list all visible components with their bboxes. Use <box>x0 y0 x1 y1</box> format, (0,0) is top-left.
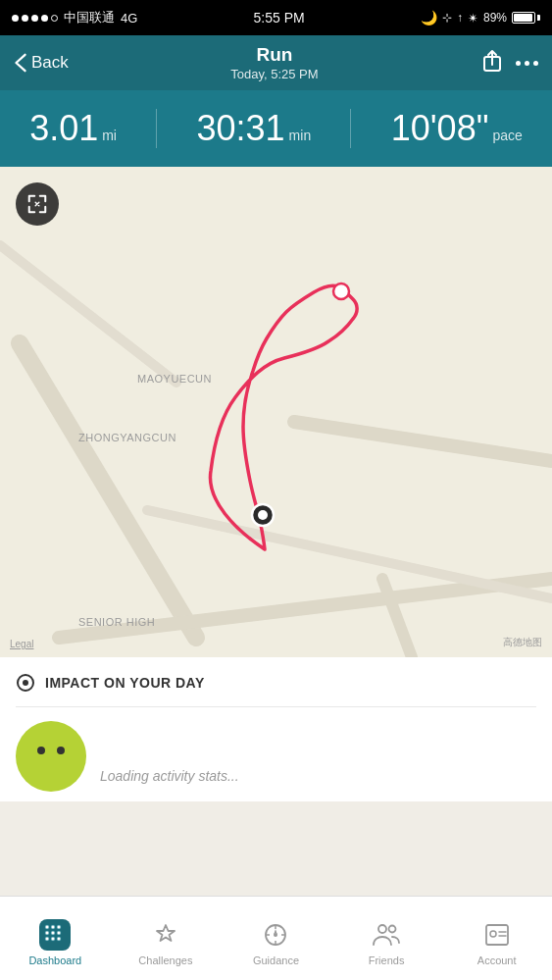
svg-rect-21 <box>57 937 61 941</box>
signal-dots <box>12 15 58 22</box>
signal-dot-2 <box>22 15 28 22</box>
tab-guidance[interactable]: Guidance <box>221 911 331 966</box>
svg-rect-16 <box>45 931 49 935</box>
friends-icon <box>372 921 401 949</box>
stat-pace: 10'08" pace <box>391 111 523 146</box>
challenges-icon <box>152 921 179 949</box>
svg-rect-20 <box>51 937 55 941</box>
tab-friends-label: Friends <box>369 954 405 966</box>
impact-title: IMPACT ON YOUR DAY <box>45 675 205 691</box>
moon-icon: 🌙 <box>421 10 437 26</box>
location-icon: ⊹ <box>442 11 452 25</box>
challenges-icon-wrapper <box>150 919 181 951</box>
stat-sep-2 <box>350 109 351 148</box>
more-dot-1 <box>516 61 521 66</box>
nav-subtitle: Today, 5:25 PM <box>230 67 318 81</box>
svg-rect-18 <box>57 931 61 935</box>
back-label: Back <box>31 53 69 73</box>
signal-dot-4 <box>41 15 48 22</box>
svg-rect-15 <box>57 925 61 929</box>
arrow-icon: ↑ <box>457 11 463 25</box>
tab-bar-spacer <box>0 801 552 886</box>
battery-percentage: 89% <box>483 11 507 25</box>
stat-pace-unit: pace <box>492 128 522 143</box>
signal-dot-5 <box>51 15 58 22</box>
svg-point-8 <box>333 284 349 299</box>
svg-point-12 <box>23 680 28 686</box>
tab-guidance-label: Guidance <box>253 954 299 966</box>
back-chevron-icon <box>14 53 27 73</box>
tab-account[interactable]: Account <box>441 911 552 966</box>
dashboard-icon <box>44 924 66 946</box>
nav-actions <box>480 47 538 78</box>
expand-icon <box>26 193 48 215</box>
guidance-icon <box>262 921 289 949</box>
tab-bar: Dashboard Challenges Guidance <box>0 896 552 980</box>
more-dot-3 <box>533 61 538 66</box>
tab-account-label: Account <box>477 954 517 966</box>
tab-dashboard[interactable]: Dashboard <box>0 911 111 966</box>
map-svg <box>0 167 552 657</box>
emoji-eyes <box>37 747 65 754</box>
loading-area: Loading activity stats... <box>0 707 552 801</box>
bluetooth-icon: ✴ <box>468 11 478 26</box>
status-time: 5:55 PM <box>254 10 305 26</box>
share-icon <box>480 47 504 75</box>
tab-challenges[interactable]: Challenges <box>111 911 222 966</box>
back-button[interactable]: Back <box>14 53 69 73</box>
guidance-icon-wrapper <box>260 919 291 951</box>
map-attribution-label: 高德地图 <box>503 636 542 649</box>
loading-text: Loading activity stats... <box>100 768 239 792</box>
stats-bar: 3.01 mi 30:31 min 10'08" pace <box>0 90 552 167</box>
stat-time: 30:31 min <box>197 111 312 146</box>
more-dot-2 <box>525 61 529 66</box>
svg-rect-17 <box>51 931 55 935</box>
svg-rect-14 <box>51 925 55 929</box>
map-area: MAOYUECUN ZHONGYANGCUN SENIOR HIGH Legal… <box>0 167 552 657</box>
emoji-face <box>16 721 86 792</box>
expand-map-button[interactable] <box>16 182 59 226</box>
dashboard-icon-wrapper <box>39 919 71 951</box>
share-button[interactable] <box>480 47 504 78</box>
impact-section: IMPACT ON YOUR DAY <box>0 657 552 707</box>
map-legal-label[interactable]: Legal <box>10 639 33 649</box>
account-icon-wrapper <box>481 919 513 951</box>
status-right: 🌙 ⊹ ↑ ✴ 89% <box>421 10 540 26</box>
svg-point-10 <box>258 510 268 520</box>
status-left: 中国联通 4G <box>12 9 137 26</box>
svg-rect-13 <box>45 925 49 929</box>
stat-time-unit: min <box>289 128 312 143</box>
emoji-eye-right <box>57 747 65 754</box>
svg-rect-19 <box>45 937 49 941</box>
impact-header: IMPACT ON YOUR DAY <box>16 673 536 707</box>
tab-challenges-label: Challenges <box>138 954 192 966</box>
battery-icon <box>512 12 540 24</box>
carrier-label: 中国联通 <box>64 9 115 26</box>
stat-sep-1 <box>156 109 157 148</box>
signal-dot-1 <box>12 15 19 22</box>
stat-distance-unit: mi <box>102 128 117 143</box>
svg-point-28 <box>378 925 386 933</box>
signal-dot-3 <box>31 15 38 22</box>
emoji-eye-left <box>37 747 45 754</box>
nav-bar: Back Run Today, 5:25 PM <box>0 35 552 90</box>
nav-title-block: Run Today, 5:25 PM <box>230 44 318 81</box>
more-button[interactable] <box>516 61 538 66</box>
stat-pace-value: 10'08" <box>391 111 489 146</box>
friends-icon-wrapper <box>371 919 402 951</box>
account-icon <box>483 921 511 949</box>
svg-rect-30 <box>486 925 508 945</box>
stat-distance-value: 3.01 <box>29 111 98 146</box>
network-label: 4G <box>121 11 137 26</box>
impact-icon <box>16 673 35 693</box>
nav-title: Run <box>230 44 318 67</box>
tab-friends[interactable]: Friends <box>331 911 442 966</box>
stat-time-value: 30:31 <box>197 111 285 146</box>
status-bar: 中国联通 4G 5:55 PM 🌙 ⊹ ↑ ✴ 89% <box>0 0 552 35</box>
svg-point-31 <box>490 931 496 937</box>
stat-distance: 3.01 mi <box>29 111 117 146</box>
tab-dashboard-label: Dashboard <box>28 954 81 966</box>
svg-point-29 <box>389 925 396 932</box>
